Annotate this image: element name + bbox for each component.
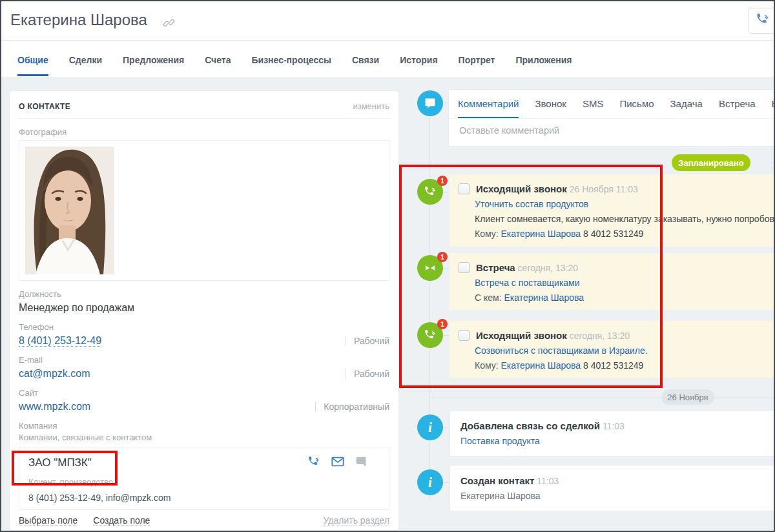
tab-obshchie[interactable]: Общие (17, 42, 48, 76)
contact-link[interactable]: Екатерина Шарова (501, 229, 581, 239)
comment-input[interactable] (458, 125, 732, 136)
contact-link[interactable]: Екатерина Шарова (504, 292, 584, 303)
item-title: Встреча (476, 262, 515, 273)
planned-badge: Запланировано (672, 154, 750, 171)
to-label: Кому: (475, 229, 499, 239)
select-field-link[interactable]: Выбрать поле (19, 515, 78, 526)
item-description: Клиент сомневается, какую номенклатуру з… (475, 212, 775, 227)
photo-label: Фотография (19, 127, 389, 137)
site-value-link[interactable]: www.mpzk.com (19, 401, 90, 412)
contact-header: Екатерина Шарова (1, 1, 774, 41)
create-field-link[interactable]: Создать поле (93, 515, 150, 526)
item-title: Создан контакт (460, 475, 534, 486)
tltab-pismo[interactable]: Письмо (619, 98, 654, 118)
tab-svyazi[interactable]: Связи (352, 42, 379, 76)
company-card: ЗАО "МПЗК" Клиент, производство 8 (401) … (19, 447, 389, 510)
outgoing-call-icon: 1 (417, 179, 443, 205)
section-title: О КОНТАКТЕ (19, 102, 70, 111)
edit-link[interactable]: изменить (353, 101, 389, 111)
company-mail-icon[interactable] (331, 455, 345, 471)
date-separator-line (430, 397, 775, 398)
company-call-icon[interactable] (307, 455, 321, 471)
notification-badge: 1 (437, 319, 448, 329)
timeline-item-call-1: Исходящий звонок 26 Ноября 11:03 Уточнит… (450, 174, 775, 247)
timeline-item-call-2: Исходящий звонок сегодня, 13:20 Созвонит… (450, 321, 775, 378)
position-value: Менеджер по продажам (19, 302, 389, 314)
item-time: 11:03 (537, 476, 559, 486)
item-checkbox[interactable] (459, 330, 470, 341)
tltab-kommentariy[interactable]: Комментарий (458, 98, 519, 118)
to-label: Кому: (475, 360, 499, 371)
phone-icon (749, 12, 770, 30)
item-subject-link[interactable]: Встреча с поставщиками (475, 278, 580, 288)
company-chat-icon[interactable] (355, 455, 368, 471)
contact-link[interactable]: Екатерина Шарова (501, 360, 581, 371)
drag-handle[interactable] (23, 96, 386, 100)
item-text: Екатерина Шарова (460, 489, 775, 504)
timeline-tab-bar: Комментарий Звонок SMS Письмо Задача Вст… (449, 90, 775, 119)
item-checkbox[interactable] (459, 183, 470, 194)
tab-sdelki[interactable]: Сделки (69, 42, 102, 76)
notification-badge: 1 (437, 252, 448, 262)
company-type: Клиент, производство (28, 477, 380, 487)
contact-phone: 8 4012 531249 (583, 229, 643, 239)
tab-prilozheniya[interactable]: Приложения (515, 42, 572, 76)
contact-phone: 8 4012 531249 (583, 360, 643, 371)
date-separator: 26 Ноября (661, 389, 714, 405)
comment-composer-card: Комментарий Звонок SMS Письмо Задача Вст… (448, 89, 775, 147)
email-label: E-mail (19, 355, 389, 365)
item-title: Исходящий звонок (476, 183, 567, 194)
divider (17, 118, 391, 119)
tab-istoriya[interactable]: История (400, 42, 437, 76)
main-tab-bar: Общие Сделки Предложения Счета Бизнес-пр… (1, 41, 774, 78)
deal-link[interactable]: Поставка продукта (460, 436, 540, 446)
item-time: сегодня, 13:20 (518, 263, 578, 273)
tltab-zvonok[interactable]: Звонок (535, 98, 566, 118)
item-title: Исходящий звонок (476, 330, 567, 341)
info-icon: i (417, 469, 443, 495)
email-value-link[interactable]: cat@mpzk.com (19, 368, 90, 379)
site-type-tag: Корпоративный (315, 402, 389, 412)
delete-section-link[interactable]: Удалить раздел (323, 515, 389, 526)
tltab-sms[interactable]: SMS (583, 98, 604, 118)
notification-badge: 1 (437, 176, 448, 186)
outgoing-call-icon: 1 (417, 322, 443, 348)
company-label: Компания (19, 421, 389, 431)
timeline-item-contact-created: Создан контакт 11:03 Екатерина Шарова (450, 465, 775, 511)
item-checkbox[interactable] (459, 262, 470, 273)
tab-predlozheniya[interactable]: Предложения (123, 42, 184, 76)
tltab-zadacha[interactable]: Задача (670, 98, 703, 118)
item-time: 11:03 (603, 421, 625, 431)
company-name-link[interactable]: ЗАО "МПЗК" (28, 456, 92, 469)
site-label: Сайт (19, 388, 389, 398)
item-subject-link[interactable]: Уточнить состав продуктов (475, 199, 588, 209)
page-title: Екатерина Шарова (10, 11, 147, 29)
item-title: Добавлена связь со сделкой (460, 420, 600, 431)
email-type-tag: Рабочий (346, 369, 389, 379)
tab-biznes-processy[interactable]: Бизнес-процессы (251, 42, 331, 76)
app-window: Екатерина Шарова Общие Сделки Предложени… (0, 0, 775, 532)
item-subject-link[interactable]: Созвониться с поставщиками в Израиле. (475, 345, 648, 356)
copy-link-icon[interactable] (163, 17, 175, 32)
item-time: сегодня, 13:20 (570, 331, 630, 341)
tltab-vizit[interactable]: Визит (772, 98, 775, 118)
company-contacts: 8 (401) 253-12-49, info@mpzk.com (28, 493, 380, 503)
call-button[interactable] (749, 8, 775, 34)
position-label: Должность (19, 289, 389, 299)
phone-label: Телефон (19, 322, 389, 332)
to-label: С кем: (475, 292, 502, 303)
meeting-icon: 1 (417, 255, 443, 281)
item-time: 26 Ноября 11:03 (570, 184, 638, 194)
timeline: Комментарий Звонок SMS Письмо Задача Вст… (407, 79, 775, 531)
comment-bubble-icon (417, 90, 443, 116)
info-icon: i (417, 414, 443, 440)
tab-scheta[interactable]: Счета (205, 42, 231, 76)
company-sublabel: Компании, связанные с контактом (19, 433, 389, 442)
phone-value-link[interactable]: 8 (401) 253-12-49 (19, 335, 101, 347)
timeline-item-meeting: Встреча сегодня, 13:20 Встреча с поставщ… (450, 253, 775, 310)
tab-portret[interactable]: Портрет (459, 42, 495, 76)
tltab-vstrecha[interactable]: Встреча (719, 98, 756, 118)
contact-photo (25, 147, 114, 274)
about-contact-card: О КОНТАКТЕ изменить Фотография (9, 90, 399, 531)
photo-field[interactable] (19, 140, 389, 281)
